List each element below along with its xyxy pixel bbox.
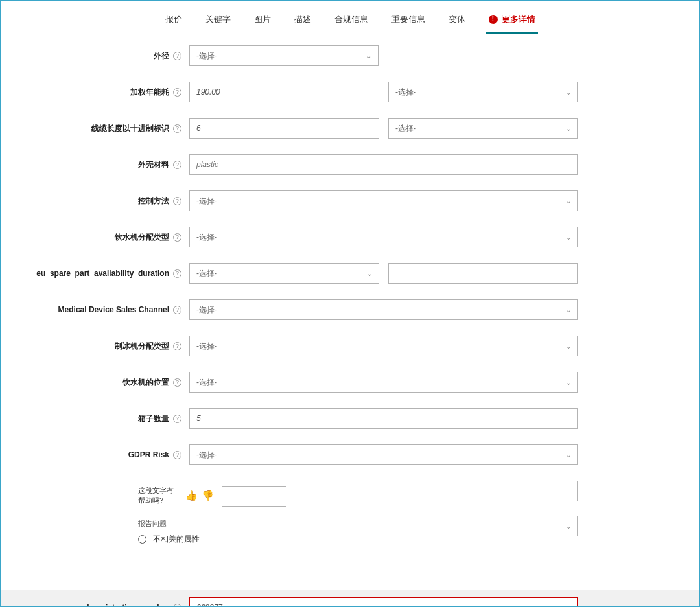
chevron-down-icon: ⌄	[566, 452, 571, 459]
medical-channel-select[interactable]: -选择- ⌄	[189, 299, 578, 320]
label-outer-diameter: 外径	[154, 51, 169, 62]
control-method-select[interactable]: -选择- ⌄	[189, 190, 578, 211]
help-icon[interactable]: ?	[173, 88, 181, 97]
chevron-down-icon: ⌄	[566, 379, 571, 386]
help-icon[interactable]: ?	[173, 197, 181, 205]
tab-images[interactable]: 图片	[251, 3, 274, 34]
label-control-method: 控制方法	[138, 196, 169, 207]
help-icon[interactable]: ?	[173, 604, 181, 608]
weighted-energy-input[interactable]	[189, 82, 379, 102]
tab-label: 更多详情	[502, 14, 535, 25]
water-dispense-type-select[interactable]: -选择- ⌄	[189, 227, 578, 247]
chevron-down-icon: ⌄	[566, 89, 571, 96]
label-shell-material: 外壳材料	[138, 159, 169, 170]
eu-spare-input[interactable]	[388, 263, 578, 284]
label-water-position: 饮水机的位置	[122, 377, 169, 388]
tab-more-details[interactable]: ! 更多详情	[486, 3, 538, 34]
chevron-down-icon: ⌄	[566, 343, 571, 350]
chevron-down-icon: ⌄	[566, 125, 571, 132]
irrelevant-attr-radio[interactable]: 不相关的属性	[138, 534, 214, 545]
tab-variants[interactable]: 变体	[446, 3, 468, 34]
tab-description[interactable]: 描述	[292, 3, 314, 34]
chevron-down-icon: ⌄	[566, 523, 571, 530]
help-icon[interactable]: ?	[173, 233, 181, 242]
feedback-popover: 这段文字有帮助吗? 👍 👎 报告问题 不相关的属性	[130, 479, 222, 553]
cord-length-input[interactable]	[189, 118, 379, 139]
shell-material-input[interactable]	[189, 154, 578, 175]
label-eprel: eprel_registration_number	[71, 603, 169, 607]
gdpr-select[interactable]: -选择- ⌄	[189, 444, 578, 465]
eu-spare-select[interactable]: -选择- ⌄	[189, 263, 379, 284]
cord-length-unit-select[interactable]: -选择- ⌄	[388, 118, 578, 139]
help-icon[interactable]: ?	[173, 415, 181, 423]
outer-diameter-select[interactable]: -选择- ⌄	[189, 45, 379, 66]
popover-report-title: 报告问题	[138, 519, 214, 529]
help-icon[interactable]: ?	[173, 451, 181, 459]
label-ice-dispense-type: 制冰机分配类型	[115, 341, 169, 352]
help-icon[interactable]: ?	[173, 124, 181, 133]
water-position-select[interactable]: -选择- ⌄	[189, 372, 578, 393]
label-eu-spare: eu_spare_part_availability_duration	[36, 269, 169, 278]
eprel-input[interactable]	[189, 597, 578, 607]
label-gdpr: GDPR Risk	[128, 450, 169, 459]
popover-helpful-text: 这段文字有帮助吗?	[138, 486, 180, 505]
chevron-down-icon: ⌄	[566, 234, 571, 241]
tab-bar: 报价 关键字 图片 描述 合规信息 重要信息 变体 ! 更多详情	[1, 1, 699, 36]
tab-offer[interactable]: 报价	[163, 3, 185, 34]
ice-dispense-type-select[interactable]: -选择- ⌄	[189, 336, 578, 356]
chevron-down-icon: ⌄	[566, 198, 571, 205]
obscured-select[interactable]: ⌄	[189, 516, 578, 536]
label-water-dispense-type: 饮水机分配类型	[115, 232, 169, 243]
box-count-input[interactable]	[189, 408, 578, 429]
label-weighted-energy: 加权年能耗	[130, 87, 169, 98]
chevron-down-icon: ⌄	[367, 270, 372, 277]
alert-icon: !	[489, 15, 498, 24]
radio-icon	[138, 535, 146, 544]
label-medical-channel: Medical Device Sales Channel	[58, 305, 169, 314]
help-icon[interactable]: ?	[173, 269, 181, 278]
help-icon[interactable]: ?	[173, 342, 181, 350]
thumbs-down-icon[interactable]: 👎	[202, 490, 214, 501]
tab-compliance[interactable]: 合规信息	[332, 3, 371, 34]
chevron-down-icon: ⌄	[366, 52, 371, 60]
weighted-energy-unit-select[interactable]: -选择- ⌄	[388, 82, 578, 102]
tab-vital[interactable]: 重要信息	[389, 3, 428, 34]
chevron-down-icon: ⌄	[566, 306, 571, 314]
help-icon[interactable]: ?	[173, 306, 181, 314]
help-icon[interactable]: ?	[173, 52, 181, 60]
tab-keywords[interactable]: 关键字	[203, 3, 233, 34]
label-box-count: 箱子数量	[138, 413, 169, 424]
help-icon[interactable]: ?	[173, 161, 181, 169]
label-cord-length: 线缆长度以十进制标识	[91, 123, 169, 134]
help-icon[interactable]: ?	[173, 378, 181, 387]
thumbs-up-icon[interactable]: 👍	[185, 490, 198, 501]
